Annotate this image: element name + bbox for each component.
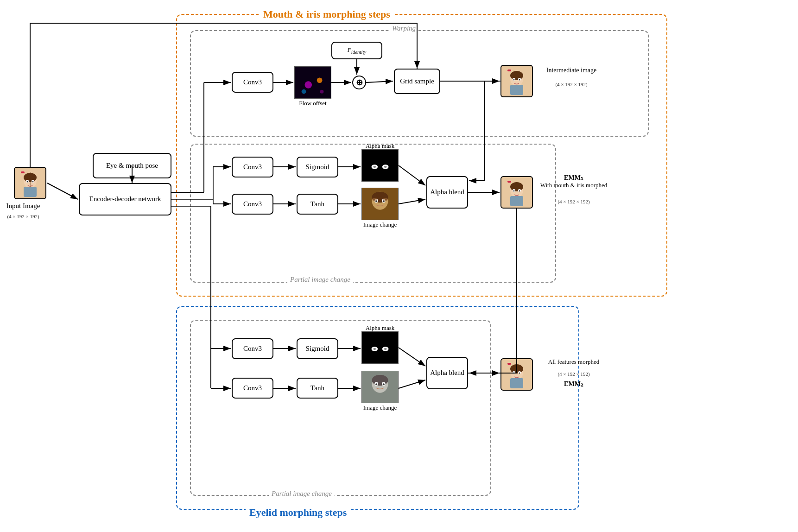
input-image-thumb — [14, 167, 46, 199]
svg-point-17 — [510, 71, 523, 80]
svg-rect-66 — [507, 363, 511, 365]
alpha-mask-2-image — [361, 331, 399, 364]
svg-point-36 — [372, 198, 377, 201]
svg-point-6 — [32, 181, 34, 183]
image-change-2-img — [361, 371, 399, 403]
svg-point-51 — [384, 348, 387, 350]
emm2-label: EMM₂ — [537, 380, 611, 388]
flow-offset-label: Flow offset — [294, 100, 331, 108]
tanh-2-box: Tanh — [297, 378, 338, 399]
svg-point-54 — [372, 375, 388, 386]
svg-point-64 — [513, 373, 515, 374]
intermediate-image-thumb — [500, 65, 533, 97]
conv3-4-box: Conv3 — [232, 338, 273, 359]
emm2-desc: All features morphed — [537, 358, 611, 366]
svg-point-21 — [519, 79, 520, 81]
conv3-1-box: Conv3 — [232, 72, 273, 93]
eyelid-label: Eyelid morphing steps — [246, 507, 350, 519]
flow-offset-image — [294, 66, 331, 99]
svg-rect-47 — [362, 332, 398, 363]
svg-point-37 — [383, 198, 388, 201]
emm2-size: (4 × 192 × 192) — [537, 371, 611, 377]
svg-point-5 — [27, 181, 28, 183]
partial-change-label-1: Partial image change — [287, 276, 353, 284]
svg-point-58 — [383, 383, 385, 385]
alpha-blend-1-box: Alpha blend — [426, 176, 468, 209]
svg-rect-46 — [510, 196, 523, 206]
mouth-iris-label: Mouth & iris morphing steps — [260, 8, 394, 20]
conv3-5-box: Conv3 — [232, 378, 273, 399]
image-change-1-img — [361, 188, 399, 220]
circle-plus-1: ⊕ — [352, 76, 366, 89]
input-image-label: Input Image — [5, 202, 42, 211]
partial-change-label-2: Partial image change — [269, 490, 335, 498]
svg-point-50 — [373, 348, 376, 350]
emm1-label: EMM₁ — [537, 174, 611, 182]
svg-point-40 — [510, 182, 523, 191]
f-identity-box: Fidentity — [331, 42, 382, 59]
emm1-size: (4 × 192 × 192) — [537, 198, 611, 205]
grid-sample-box: Grid sample — [394, 69, 440, 94]
svg-point-27 — [373, 166, 376, 168]
input-image-size: (4 × 192 × 192) — [2, 213, 44, 220]
encoder-decoder-box: Encoder-decoder network — [79, 183, 171, 215]
svg-point-65 — [519, 373, 520, 374]
emm1-desc: With mouth & iris morphed — [537, 182, 611, 190]
warping-label: Warping — [389, 25, 418, 32]
svg-point-20 — [513, 79, 515, 81]
svg-rect-67 — [510, 378, 523, 388]
svg-point-57 — [375, 383, 377, 385]
svg-point-11 — [304, 81, 312, 89]
svg-line-70 — [47, 183, 78, 199]
conv3-3-box: Conv3 — [232, 194, 273, 215]
svg-rect-23 — [510, 85, 523, 95]
svg-rect-9 — [24, 187, 37, 197]
svg-rect-24 — [362, 150, 398, 181]
alpha-mask-2-label: Alpha mask — [361, 324, 399, 332]
svg-point-44 — [519, 190, 520, 192]
svg-rect-10 — [295, 67, 331, 98]
tanh-1-box: Tanh — [297, 194, 338, 215]
alpha-mask-1-image — [361, 149, 399, 182]
sigmoid-1-box: Sigmoid — [297, 157, 338, 177]
eye-mouth-pose-box: Eye & mouth pose — [93, 153, 171, 178]
svg-rect-22 — [507, 70, 511, 71]
emm1-thumb — [500, 176, 533, 209]
svg-point-12 — [317, 77, 323, 83]
sigmoid-2-box: Sigmoid — [297, 338, 338, 359]
svg-rect-45 — [507, 181, 511, 183]
emm2-thumb — [500, 358, 533, 391]
intermediate-label: Intermediate image — [537, 66, 606, 75]
alpha-mask-1-label: Alpha mask — [361, 142, 399, 150]
image-change-2-label: Image change — [361, 404, 399, 412]
svg-point-14 — [320, 90, 324, 94]
image-change-1-label: Image change — [361, 221, 399, 229]
intermediate-size: (4 × 192 × 192) — [537, 81, 606, 88]
svg-point-13 — [302, 89, 306, 94]
conv3-2-box: Conv3 — [232, 157, 273, 177]
svg-point-43 — [513, 190, 515, 192]
svg-point-31 — [372, 192, 388, 203]
svg-point-61 — [510, 364, 523, 374]
svg-rect-7 — [21, 171, 25, 173]
alpha-blend-2-box: Alpha blend — [426, 357, 468, 389]
svg-point-28 — [384, 166, 387, 168]
diagram: Mouth & iris morphing steps Warping Part… — [0, 0, 798, 532]
